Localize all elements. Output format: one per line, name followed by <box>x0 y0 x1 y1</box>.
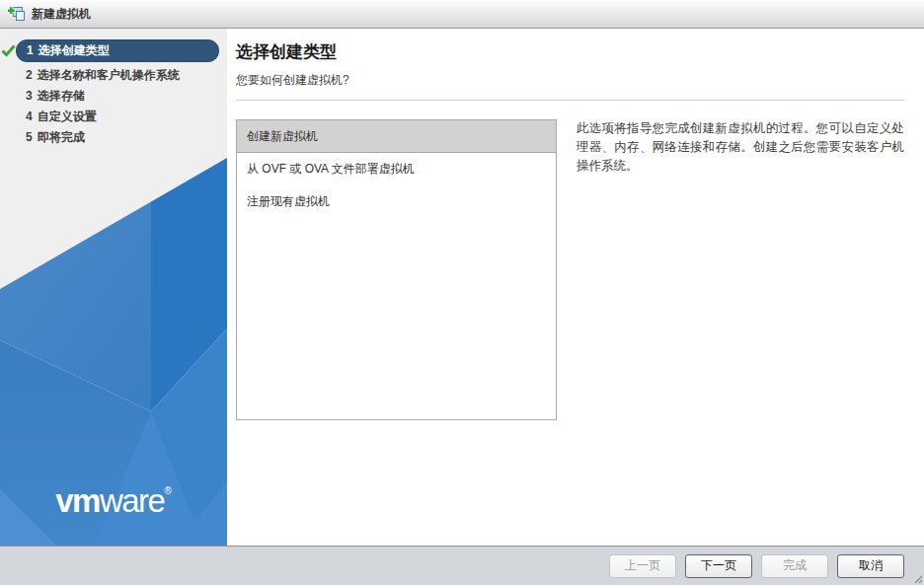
new-vm-wizard-dialog: 新建虚拟机 1选择创建类型 2 <box>0 0 924 585</box>
registered-mark: ® <box>164 485 171 496</box>
vmware-logo-vm: vm <box>55 482 100 519</box>
finish-button: 完成 <box>761 554 828 578</box>
wizard-steps-sidebar: 1选择创建类型 2选择名称和客户机操作系统 3选择存储 <box>0 29 227 546</box>
step-label: 选择名称和客户机操作系统 <box>38 68 180 82</box>
creation-type-listbox: 创建新虚拟机 从 OVF 或 OVA 文件部署虚拟机 注册现有虚拟机 <box>236 119 557 420</box>
vmware-logo: vmware® <box>0 482 227 520</box>
dialog-titlebar: 新建虚拟机 <box>0 0 924 29</box>
step-completed-check-icon <box>0 44 16 57</box>
option-deploy-from-ovf-ova[interactable]: 从 OVF 或 OVA 文件部署虚拟机 <box>237 153 556 185</box>
step-label: 自定义设置 <box>38 110 97 123</box>
steps-list: 1选择创建类型 2选择名称和客户机操作系统 3选择存储 <box>0 29 227 148</box>
step-number: 2 <box>26 68 33 82</box>
step-label: 选择创建类型 <box>38 43 110 57</box>
wizard-step-1[interactable]: 1选择创建类型 <box>0 38 227 62</box>
dialog-title: 新建虚拟机 <box>32 6 91 23</box>
new-vm-icon <box>7 6 26 23</box>
wizard-step-4[interactable]: 4自定义设置 <box>0 107 227 127</box>
option-description: 此选项将指导您完成创建新虚拟机的过程。您可以自定义处理器、内存、网络连接和存储。… <box>577 119 904 420</box>
resize-grip-icon[interactable] <box>912 573 923 584</box>
wizard-step-3[interactable]: 3选择存储 <box>0 86 227 107</box>
wizard-page-content: 选择创建类型 您要如何创建虚拟机? 创建新虚拟机 从 OVF 或 OVA 文件部… <box>227 29 924 546</box>
dialog-footer: 上一页 下一页 完成 取消 <box>0 546 924 585</box>
step-number: 3 <box>26 89 33 103</box>
step-number: 5 <box>26 130 33 144</box>
step-number: 1 <box>27 43 34 57</box>
wizard-step-5[interactable]: 5即将完成 <box>0 127 227 148</box>
page-title: 选择创建类型 <box>236 40 904 63</box>
step-label: 选择存储 <box>38 89 85 103</box>
page-subtitle: 您要如何创建虚拟机? <box>236 72 904 89</box>
step-number: 4 <box>26 110 33 123</box>
active-step-pill: 1选择创建类型 <box>16 39 219 62</box>
option-create-new-vm[interactable]: 创建新虚拟机 <box>237 120 556 153</box>
option-register-existing-vm[interactable]: 注册现有虚拟机 <box>237 185 556 218</box>
wizard-step-2[interactable]: 2选择名称和客户机操作系统 <box>0 65 227 86</box>
back-button: 上一页 <box>609 554 676 578</box>
cancel-button[interactable]: 取消 <box>837 554 904 578</box>
next-button[interactable]: 下一页 <box>685 554 752 578</box>
divider <box>236 100 904 101</box>
step-label: 即将完成 <box>38 130 85 144</box>
vmware-logo-ware: ware <box>100 482 165 519</box>
